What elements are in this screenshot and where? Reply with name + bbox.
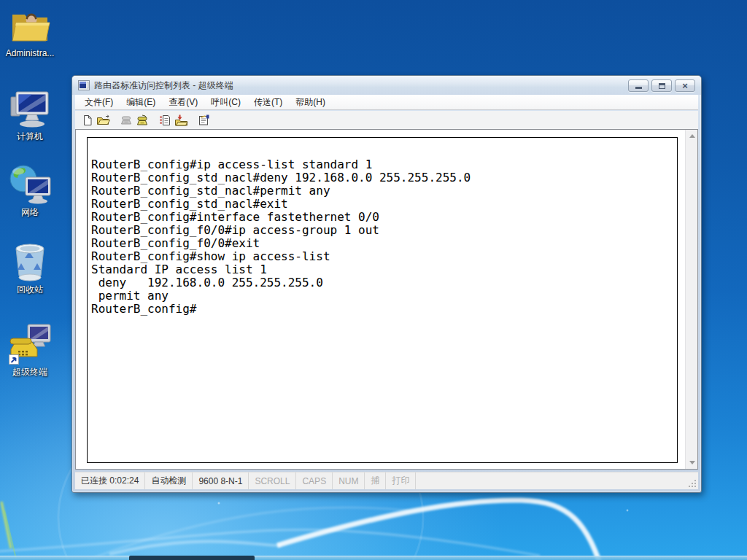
- desktop-icon-administrator[interactable]: Administra...: [1, 4, 58, 58]
- taskbar-button-sliver[interactable]: [129, 556, 255, 560]
- menu-call[interactable]: 呼叫(C): [204, 95, 247, 109]
- desktop-icon-computer[interactable]: 计算机: [1, 88, 58, 141]
- desktop-icon-network[interactable]: 网络: [1, 163, 58, 217]
- status-num-lock: NUM: [333, 472, 365, 489]
- terminal-line: RouterB_config#interface fastethernet 0/…: [91, 211, 674, 224]
- menu-bar: 文件(F) 编辑(E) 查看(V) 呼叫(C) 传送(T) 帮助(H): [75, 95, 698, 110]
- status-baud-rate: 9600 8-N-1: [193, 472, 249, 489]
- status-scroll-lock: SCROLL: [249, 472, 296, 489]
- menu-transfer[interactable]: 传送(T): [247, 95, 289, 109]
- close-button[interactable]: ×: [675, 79, 695, 92]
- arrow-down-icon: [689, 461, 695, 464]
- desktop-icon-label: 回收站: [1, 284, 58, 295]
- toolbar: [75, 111, 698, 129]
- taskbar-top-sliver[interactable]: [0, 556, 747, 560]
- receive-icon: [174, 114, 188, 126]
- open-icon: [96, 114, 111, 126]
- close-icon: ×: [682, 81, 688, 90]
- terminal-line: Standard IP access list 1: [91, 263, 674, 276]
- desktop-icon-label: 超级终端: [1, 367, 58, 377]
- network-icon: [1, 163, 58, 206]
- minimize-button[interactable]: [628, 79, 649, 92]
- terminal-line: RouterB_config#ip access-list standard 1: [91, 158, 674, 171]
- restore-icon: [659, 83, 665, 89]
- status-bar: 已连接 0:02:24 自动检测 9600 8-N-1 SCROLL CAPS …: [75, 472, 698, 489]
- terminal-screen[interactable]: RouterB_config#ip access-list standard 1…: [87, 137, 678, 463]
- desktop-icon-label: 计算机: [1, 131, 58, 141]
- menu-view[interactable]: 查看(V): [162, 95, 204, 109]
- terminal-line: RouterB_config#show ip access-list: [91, 250, 674, 263]
- status-capture: 捕: [365, 472, 386, 489]
- menu-edit[interactable]: 编辑(E): [120, 95, 162, 109]
- properties-button[interactable]: [196, 112, 212, 128]
- administrator-folder-icon: [1, 4, 58, 47]
- terminal-line: RouterB_config#: [91, 303, 674, 316]
- desktop: Administra... 计算机: [0, 0, 747, 560]
- caption-buttons: ×: [628, 79, 695, 92]
- terminal-line: permit any: [91, 289, 674, 303]
- hyperterminal-window: 路由器标准访问控制列表 - 超级终端 × 文件(F) 编辑(E) 查看(V) 呼…: [71, 75, 702, 493]
- hyperterminal-icon: [1, 323, 58, 365]
- status-connection: 已连接 0:02:24: [75, 472, 145, 489]
- call-icon: [120, 114, 133, 125]
- properties-icon: [198, 114, 210, 126]
- terminal-line: RouterB_config_std_nacl#permit any: [91, 184, 674, 198]
- open-button[interactable]: [96, 112, 112, 128]
- send-icon: [159, 114, 171, 126]
- status-auto-detect: 自动检测: [145, 472, 193, 489]
- desktop-icon-label: 网络: [1, 207, 58, 217]
- vertical-scrollbar[interactable]: [685, 130, 697, 469]
- arrow-up-icon: [689, 134, 695, 138]
- recycle-bin-icon: [1, 241, 58, 283]
- call-button[interactable]: [118, 112, 134, 128]
- terminal-line: RouterB_config_std_nacl#exit: [91, 198, 674, 211]
- terminal-line: RouterB_config_f0/0#exit: [91, 237, 674, 250]
- window-titlebar[interactable]: 路由器标准访问控制列表 - 超级终端 ×: [72, 76, 701, 95]
- resize-grip[interactable]: [688, 479, 697, 489]
- desktop-icon-label: Administra...: [1, 48, 58, 58]
- desktop-icon-recycle-bin[interactable]: 回收站: [1, 241, 58, 295]
- scroll-up-button[interactable]: [686, 130, 698, 142]
- send-button[interactable]: [157, 112, 173, 128]
- desktop-icon-hyperterminal[interactable]: 超级终端: [1, 323, 58, 377]
- receive-button[interactable]: [173, 112, 189, 128]
- disconnect-icon: [136, 114, 149, 126]
- hyperterminal-window-icon: [78, 80, 90, 90]
- new-connection-button[interactable]: [80, 112, 96, 128]
- status-caps-lock: CAPS: [296, 472, 333, 489]
- status-print-echo: 打印: [386, 472, 416, 489]
- minimize-icon: [635, 87, 642, 89]
- terminal-client-area[interactable]: RouterB_config#ip access-list standard 1…: [75, 129, 698, 470]
- terminal-line: RouterB_config_f0/0#ip access-group 1 ou…: [91, 224, 674, 237]
- disconnect-button[interactable]: [134, 112, 150, 128]
- terminal-line: deny 192.168.0.0 255.255.255.0: [91, 276, 674, 289]
- new-connection-icon: [82, 114, 94, 126]
- menu-file[interactable]: 文件(F): [78, 95, 120, 109]
- terminal-line: RouterB_config_std_nacl#deny 192.168.0.0…: [91, 171, 674, 184]
- terminal-output: RouterB_config#ip access-list standard 1…: [88, 138, 677, 316]
- window-title: 路由器标准访问控制列表 - 超级终端: [94, 79, 233, 92]
- scroll-down-button[interactable]: [686, 456, 698, 469]
- menu-help[interactable]: 帮助(H): [289, 95, 332, 109]
- computer-icon: [1, 88, 58, 130]
- restore-button[interactable]: [651, 79, 672, 92]
